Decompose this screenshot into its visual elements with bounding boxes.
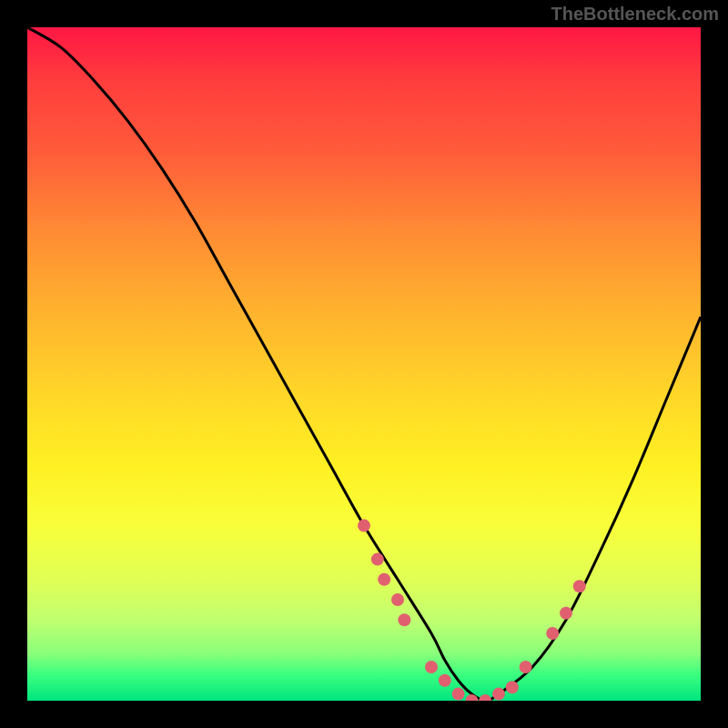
marker-point: [479, 694, 491, 701]
marker-point: [520, 661, 532, 673]
curve-markers: [358, 520, 586, 701]
watermark-text: TheBottleneck.com: [551, 4, 719, 25]
marker-point: [391, 593, 404, 606]
marker-point: [492, 688, 505, 701]
marker-point: [378, 573, 390, 586]
marker-point: [506, 681, 519, 693]
curve-svg: [27, 27, 701, 701]
marker-point: [573, 580, 586, 592]
plot-area: [27, 27, 701, 701]
marker-point: [358, 520, 370, 532]
marker-point: [439, 674, 451, 687]
bottleneck-curve: [27, 27, 701, 701]
marker-point: [398, 613, 410, 626]
marker-point: [452, 688, 465, 701]
marker-point: [560, 607, 572, 620]
marker-point: [546, 627, 559, 640]
marker-point: [371, 553, 384, 566]
chart-container: TheBottleneck.com: [0, 0, 728, 728]
marker-point: [465, 694, 478, 701]
marker-point: [425, 661, 438, 673]
